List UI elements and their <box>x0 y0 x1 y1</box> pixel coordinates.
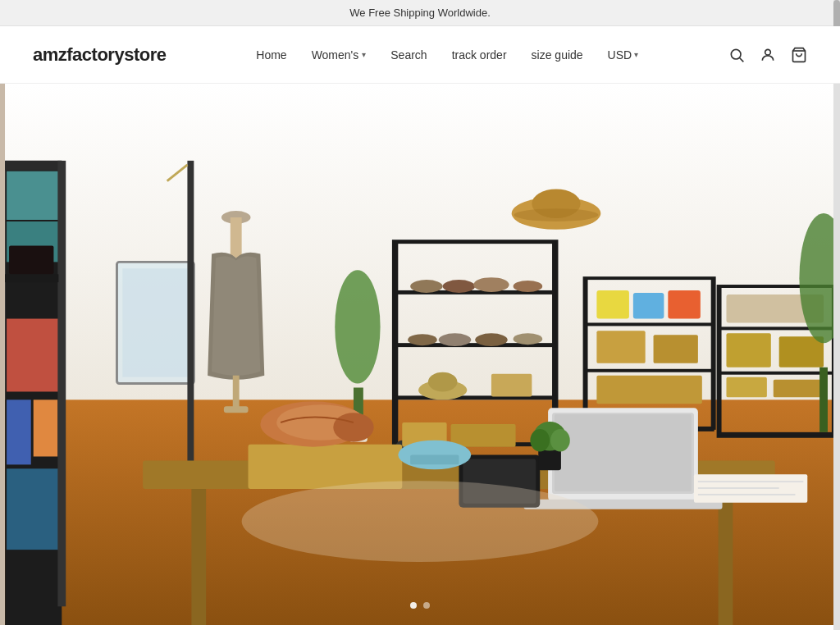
svg-rect-11 <box>7 171 60 220</box>
svg-point-43 <box>408 334 437 345</box>
svg-rect-83 <box>191 489 206 625</box>
svg-rect-67 <box>719 286 722 436</box>
svg-point-92 <box>333 413 373 442</box>
svg-point-79 <box>335 270 380 383</box>
svg-point-2 <box>765 49 771 55</box>
announcement-bar: We Free Shipping Worldwide. <box>0 0 840 26</box>
svg-rect-13 <box>7 319 60 392</box>
svg-rect-60 <box>668 290 701 319</box>
svg-point-44 <box>439 333 472 346</box>
nav-womens-dropdown[interactable]: Women's ▾ <box>312 48 367 62</box>
logo[interactable]: amzfactorystore <box>33 44 166 66</box>
svg-rect-74 <box>779 336 824 368</box>
svg-point-104 <box>242 481 599 562</box>
carousel-dot-2[interactable] <box>423 602 430 609</box>
nav-home[interactable]: Home <box>256 48 286 62</box>
carousel-dot-1[interactable] <box>410 602 417 609</box>
announcement-text: We Free Shipping Worldwide. <box>349 7 491 19</box>
svg-rect-63 <box>596 376 701 404</box>
svg-rect-54 <box>711 278 714 428</box>
svg-point-39 <box>410 280 443 293</box>
cart-icon[interactable] <box>791 47 807 63</box>
svg-rect-87 <box>555 414 692 491</box>
svg-rect-55 <box>585 322 714 326</box>
svg-point-0 <box>731 49 741 59</box>
svg-point-98 <box>550 429 570 452</box>
svg-rect-71 <box>719 432 835 436</box>
svg-rect-102 <box>698 487 779 489</box>
svg-rect-29 <box>122 268 188 377</box>
svg-rect-75 <box>726 377 766 398</box>
svg-rect-36 <box>394 395 556 399</box>
svg-point-41 <box>473 277 509 292</box>
svg-rect-21 <box>231 217 242 258</box>
nav-size-guide[interactable]: size guide <box>532 48 583 62</box>
hero-section <box>0 84 840 625</box>
svg-rect-103 <box>698 494 796 495</box>
nav-womens-label: Women's <box>312 48 359 62</box>
nav-track-order[interactable]: track order <box>452 48 507 62</box>
svg-rect-84 <box>719 489 733 625</box>
header: amzfactorystore Home Women's ▾ Search tr… <box>0 26 840 84</box>
svg-rect-56 <box>585 369 714 372</box>
svg-rect-61 <box>596 331 645 363</box>
svg-rect-62 <box>654 335 698 363</box>
svg-rect-16 <box>7 468 60 550</box>
hero-image <box>0 84 840 625</box>
svg-rect-70 <box>719 372 835 375</box>
svg-rect-14 <box>7 399 31 464</box>
nav-search[interactable]: Search <box>390 48 427 62</box>
womens-chevron-icon: ▾ <box>362 50 366 59</box>
svg-point-26 <box>514 208 599 221</box>
svg-rect-101 <box>698 481 803 482</box>
svg-rect-19 <box>9 246 53 275</box>
svg-point-46 <box>514 333 543 345</box>
svg-point-48 <box>428 372 458 392</box>
svg-point-40 <box>443 280 476 293</box>
main-nav: Home Women's ▾ Search track order size g… <box>166 48 728 62</box>
svg-rect-78 <box>819 368 828 432</box>
svg-rect-15 <box>34 399 58 456</box>
scrollbar[interactable] <box>833 0 840 630</box>
svg-rect-53 <box>585 278 588 428</box>
header-icons <box>728 47 807 63</box>
svg-rect-59 <box>633 293 664 319</box>
currency-chevron-icon: ▾ <box>634 50 638 59</box>
svg-rect-58 <box>596 290 629 319</box>
svg-rect-22 <box>233 376 240 409</box>
svg-rect-18 <box>5 274 58 282</box>
svg-rect-17 <box>57 161 66 606</box>
svg-line-1 <box>740 57 744 62</box>
svg-rect-30 <box>187 161 194 485</box>
svg-rect-106 <box>410 455 459 465</box>
carousel-dots <box>410 602 430 609</box>
svg-rect-51 <box>451 424 516 447</box>
svg-point-42 <box>514 281 543 292</box>
svg-point-45 <box>475 333 508 346</box>
svg-rect-49 <box>491 374 532 397</box>
svg-rect-73 <box>726 333 770 367</box>
svg-point-97 <box>530 429 550 452</box>
account-icon[interactable] <box>760 47 776 63</box>
svg-rect-10 <box>5 161 62 171</box>
svg-rect-76 <box>774 380 824 398</box>
search-icon[interactable] <box>728 47 745 63</box>
svg-rect-23 <box>224 406 249 413</box>
currency-label: USD <box>608 48 632 62</box>
currency-selector[interactable]: USD ▾ <box>608 48 639 62</box>
